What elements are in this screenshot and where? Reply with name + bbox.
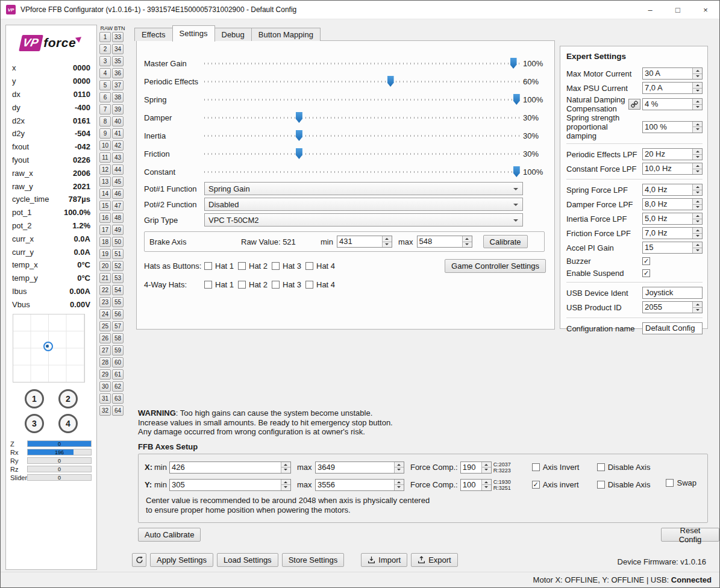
raw-button-45[interactable]: 45	[112, 177, 124, 187]
spring-force-lpf-spinner-down-button[interactable]	[693, 190, 702, 196]
swap-checkbox[interactable]: Swap	[666, 478, 697, 487]
y-max-spinner-down-button[interactable]	[395, 484, 404, 490]
x-max-spinner-up-button[interactable]	[395, 462, 404, 468]
raw-button-4[interactable]: 4	[99, 68, 111, 78]
x-axis-invert-checkbox[interactable]: Axis Invert	[532, 463, 590, 472]
y-min-spinner-down-button[interactable]	[281, 484, 290, 490]
usb-product-id-spinner-up-button[interactable]	[693, 302, 702, 307]
raw-button-7[interactable]: 7	[99, 104, 111, 114]
raw-button-33[interactable]: 33	[112, 32, 124, 42]
y-max-spinner[interactable]: 3556	[315, 479, 404, 491]
raw-button-64[interactable]: 64	[112, 405, 124, 416]
round-button-3[interactable]: 3	[25, 414, 44, 433]
four-way-hats-hat-4-checkbox-box[interactable]	[305, 281, 313, 289]
raw-button-41[interactable]: 41	[112, 128, 124, 139]
spring-strength-proportional-damping-spinner-up-button[interactable]	[693, 122, 702, 127]
raw-button-43[interactable]: 43	[112, 152, 124, 163]
hats-as-buttons-hat-3-checkbox-box[interactable]	[272, 262, 280, 270]
constant-slider[interactable]	[204, 166, 519, 177]
slider-handle[interactable]	[387, 76, 394, 87]
raw-button-3[interactable]: 3	[99, 56, 111, 66]
raw-button-31[interactable]: 31	[99, 393, 111, 404]
reset-config-button[interactable]: Reset Config	[661, 528, 719, 542]
brake-min-spinner[interactable]: 431	[337, 236, 392, 248]
usb-device-ident-field[interactable]: Joystick	[642, 287, 703, 299]
minimize-button[interactable]: –	[636, 1, 664, 19]
raw-button-15[interactable]: 15	[99, 201, 111, 211]
raw-button-32[interactable]: 32	[99, 405, 111, 416]
raw-button-12[interactable]: 12	[99, 164, 111, 175]
master-gain-slider[interactable]	[204, 58, 519, 69]
raw-button-58[interactable]: 58	[112, 333, 124, 343]
inertia-force-lpf-spinner[interactable]: 5,0 Hz	[642, 213, 703, 225]
four-way-hats-hat-3-checkbox-box[interactable]	[272, 281, 280, 289]
hats-as-buttons-hat-1-checkbox[interactable]: Hat 1	[204, 261, 238, 271]
x-force-comp-spinner-up-button[interactable]	[482, 462, 491, 468]
x-disable-axis-checkbox-box[interactable]	[597, 463, 605, 471]
slider-handle[interactable]	[510, 58, 517, 69]
link-icon[interactable]	[628, 99, 640, 110]
raw-button-55[interactable]: 55	[112, 297, 124, 307]
damper-force-lpf-spinner-up-button[interactable]	[693, 199, 702, 204]
maximize-button[interactable]: □	[664, 1, 692, 19]
x-max-spinner[interactable]: 3649	[315, 461, 404, 474]
raw-button-2[interactable]: 2	[99, 44, 111, 54]
pot-2-function-dropdown[interactable]: Disabled	[204, 198, 523, 211]
slider-handle[interactable]	[296, 130, 302, 141]
hats-as-buttons-hat-4-checkbox[interactable]: Hat 4	[305, 261, 339, 271]
export-button[interactable]: Export	[411, 553, 458, 567]
auto-calibrate-button[interactable]: Auto Calibrate	[138, 528, 201, 542]
raw-button-8[interactable]: 8	[99, 116, 111, 127]
four-way-hats-hat-4-checkbox[interactable]: Hat 4	[305, 280, 339, 289]
raw-button-26[interactable]: 26	[99, 333, 111, 343]
raw-button-5[interactable]: 5	[99, 80, 111, 90]
raw-button-30[interactable]: 30	[99, 381, 111, 392]
configuration-name-field[interactable]: Default Config	[642, 322, 703, 334]
spring-strength-proportional-damping-spinner[interactable]: 100 %	[642, 121, 703, 133]
hats-as-buttons-hat-4-checkbox-box[interactable]	[305, 262, 313, 270]
swap-checkbox-box[interactable]	[666, 479, 674, 487]
raw-button-21[interactable]: 21	[99, 273, 111, 283]
friction-force-lpf-spinner-up-button[interactable]	[693, 228, 702, 233]
raw-button-29[interactable]: 29	[99, 369, 111, 380]
usb-product-id-spinner[interactable]: 2055	[642, 301, 703, 313]
raw-button-61[interactable]: 61	[112, 369, 124, 380]
raw-button-18[interactable]: 18	[99, 237, 111, 247]
natural-damping-compensation-spinner-down-button[interactable]	[693, 104, 702, 110]
y-force-comp-spinner-up-button[interactable]	[482, 480, 491, 485]
game-controller-settings-button[interactable]: Game Controller Settings	[445, 259, 546, 273]
hats-as-buttons-hat-1-checkbox-box[interactable]	[204, 262, 212, 270]
raw-button-42[interactable]: 42	[112, 140, 124, 151]
y-force-comp-spinner-down-button[interactable]	[482, 484, 491, 490]
raw-button-40[interactable]: 40	[112, 116, 124, 127]
max-motor-current-spinner-up-button[interactable]	[693, 68, 702, 74]
slider-handle[interactable]	[513, 166, 520, 177]
raw-button-24[interactable]: 24	[99, 309, 111, 319]
raw-button-19[interactable]: 19	[99, 249, 111, 259]
hats-as-buttons-hat-2-checkbox-box[interactable]	[238, 262, 246, 270]
spring-force-lpf-spinner[interactable]: 4,0 Hz	[642, 184, 703, 196]
enable-suspend-checkbox-box[interactable]: ✓	[642, 269, 650, 277]
raw-button-1[interactable]: 1	[99, 32, 111, 42]
raw-button-51[interactable]: 51	[112, 249, 124, 259]
raw-button-27[interactable]: 27	[99, 345, 111, 355]
damper-force-lpf-spinner[interactable]: 8,0 Hz	[642, 198, 703, 210]
buzzer-checkbox-box[interactable]: ✓	[642, 257, 650, 265]
x-min-spinner-down-button[interactable]	[281, 467, 290, 473]
slider-handle[interactable]	[513, 94, 520, 105]
raw-button-37[interactable]: 37	[112, 80, 124, 90]
raw-button-34[interactable]: 34	[112, 44, 124, 54]
inertia-slider[interactable]	[204, 130, 519, 141]
raw-button-54[interactable]: 54	[112, 285, 124, 295]
raw-button-35[interactable]: 35	[112, 56, 124, 66]
x-disable-axis-checkbox[interactable]: Disable Axis	[597, 463, 651, 472]
inertia-force-lpf-spinner-up-button[interactable]	[693, 213, 702, 219]
constant-force-lpf-spinner[interactable]: 10,0 Hz	[642, 163, 703, 175]
raw-button-62[interactable]: 62	[112, 381, 124, 392]
tab-debug[interactable]: Debug	[214, 28, 252, 41]
raw-button-56[interactable]: 56	[112, 309, 124, 319]
max-motor-current-spinner-down-button[interactable]	[693, 74, 702, 80]
spring-force-lpf-spinner-up-button[interactable]	[693, 184, 702, 190]
raw-button-50[interactable]: 50	[112, 237, 124, 247]
raw-button-49[interactable]: 49	[112, 225, 124, 235]
